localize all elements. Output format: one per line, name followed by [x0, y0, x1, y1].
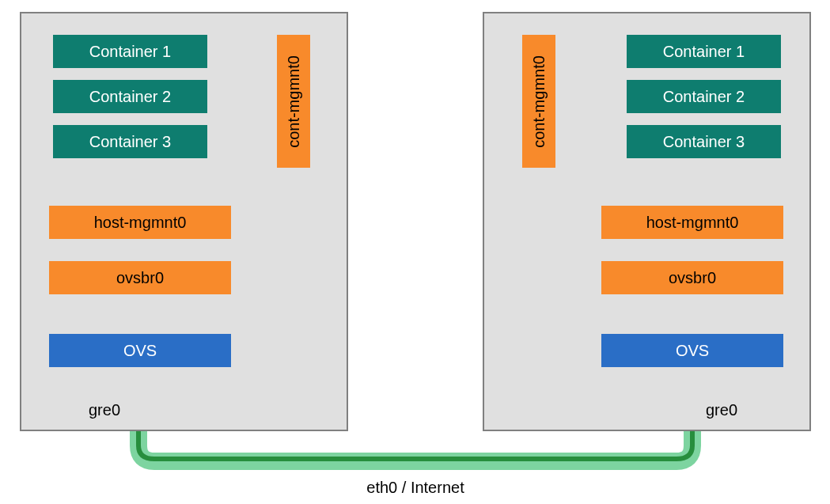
left-container-3: Container 3 — [53, 125, 207, 158]
left-gre-label: gre0 — [89, 401, 120, 419]
left-container-2: Container 2 — [53, 80, 207, 113]
right-cont-mgmnt: cont-mgmnt0 — [522, 35, 555, 168]
right-container-1: Container 1 — [627, 35, 781, 68]
tunnel-label: eth0 / Internet — [356, 479, 475, 497]
left-cont-mgmnt: cont-mgmnt0 — [277, 35, 310, 168]
left-ovs: OVS — [49, 334, 231, 367]
right-host-box: Container 1 Container 2 Container 3 cont… — [483, 12, 811, 431]
left-ovsbr: ovsbr0 — [49, 261, 231, 294]
left-host-box: Container 1 Container 2 Container 3 cont… — [20, 12, 348, 431]
left-cont-mgmnt-label: cont-mgmnt0 — [285, 55, 303, 148]
right-ovs: OVS — [601, 334, 783, 367]
right-gre-label: gre0 — [706, 401, 737, 419]
left-container-1: Container 1 — [53, 35, 207, 68]
right-container-2: Container 2 — [627, 80, 781, 113]
right-cont-mgmnt-label: cont-mgmnt0 — [530, 55, 548, 148]
right-ovsbr: ovsbr0 — [601, 261, 783, 294]
right-container-3: Container 3 — [627, 125, 781, 158]
left-host-mgmnt: host-mgmnt0 — [49, 206, 231, 239]
right-host-mgmnt: host-mgmnt0 — [601, 206, 783, 239]
